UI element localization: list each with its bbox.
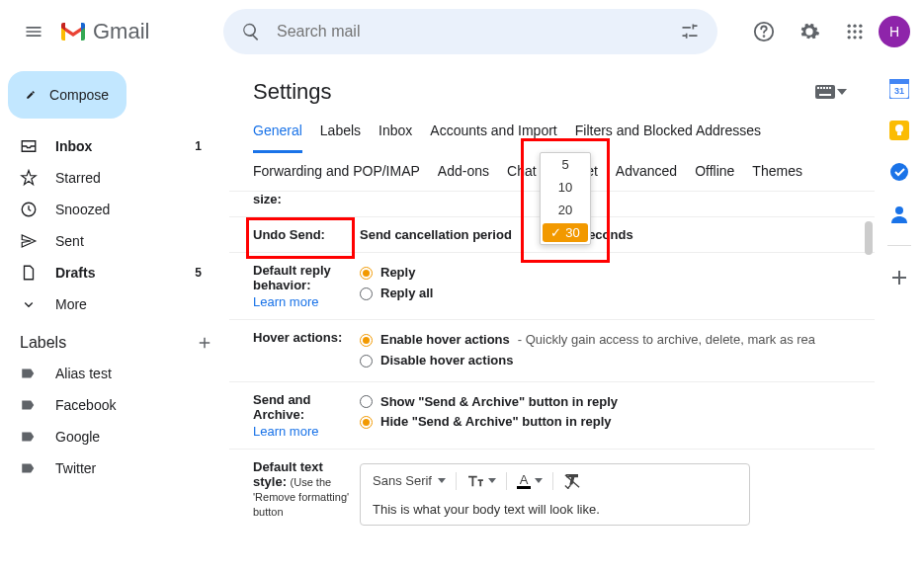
support-button[interactable] — [742, 10, 786, 53]
settings-panel: Settings GeneralLabelsInboxAccounts and … — [229, 63, 875, 573]
svg-rect-17 — [829, 87, 831, 89]
send-archive-option[interactable]: Show "Send & Archive" button in reply — [360, 392, 851, 413]
tab-accounts-and-import[interactable]: Accounts and Import — [430, 113, 556, 153]
label-item-alias-test[interactable]: Alias test — [0, 358, 217, 389]
tab-forwarding-and-pop-imap[interactable]: Forwarding and POP/IMAP — [253, 153, 420, 191]
label-icon — [20, 396, 38, 414]
remove-formatting-button[interactable] — [563, 473, 581, 489]
radio-icon — [360, 287, 373, 300]
apps-icon — [845, 22, 865, 41]
tasks-app-icon[interactable] — [889, 162, 909, 182]
hover-action-option[interactable]: Enable hover actions - Quickly gain acce… — [360, 330, 851, 351]
text-size-icon — [466, 474, 484, 488]
gear-icon — [798, 21, 820, 42]
label-item-google[interactable]: Google — [0, 421, 217, 452]
add-addon-icon[interactable] — [889, 268, 909, 287]
send-archive-learn-more[interactable]: Learn more — [253, 424, 352, 439]
chev-icon — [20, 295, 38, 313]
text-style-preview: This is what your body text will look li… — [373, 496, 737, 517]
tab-filters-and-blocked-addresses[interactable]: Filters and Blocked Addresses — [575, 113, 761, 153]
search-bar[interactable] — [223, 9, 717, 54]
hover-action-option[interactable]: Disable hover actions — [360, 351, 851, 371]
svg-point-2 — [848, 25, 851, 28]
account-avatar[interactable]: H — [879, 16, 910, 47]
svg-rect-14 — [820, 87, 822, 89]
page-size-label: size: — [253, 192, 352, 206]
search-input[interactable] — [269, 23, 672, 41]
side-panel: 31 — [875, 63, 924, 573]
radio-icon — [360, 395, 373, 408]
tab-add-ons[interactable]: Add-ons — [438, 153, 489, 191]
sidebar-item-more[interactable]: More — [0, 288, 217, 320]
svg-rect-24 — [897, 132, 901, 135]
default-reply-label: Default reply behavior: — [253, 263, 331, 292]
label-item-twitter[interactable]: Twitter — [0, 452, 217, 484]
apps-button[interactable] — [833, 10, 877, 53]
undo-send-option-30[interactable]: ✓ 30 — [543, 223, 588, 242]
sidebar-item-inbox[interactable]: Inbox1 — [0, 130, 217, 162]
pencil-icon — [26, 85, 36, 105]
help-icon — [753, 21, 775, 42]
default-reply-option[interactable]: Reply all — [360, 284, 851, 304]
menu-icon — [24, 22, 43, 41]
compose-button[interactable]: Compose — [8, 71, 126, 119]
svg-point-6 — [853, 30, 856, 33]
svg-point-26 — [895, 206, 903, 214]
calendar-app-icon[interactable]: 31 — [889, 79, 909, 99]
tab-inbox[interactable]: Inbox — [378, 113, 412, 153]
radio-icon — [360, 416, 373, 429]
gmail-brand-text: Gmail — [93, 19, 149, 44]
default-reply-option[interactable]: Reply — [360, 263, 851, 284]
main-menu-button[interactable] — [12, 10, 55, 53]
input-tools-button[interactable] — [811, 81, 851, 103]
tab-themes[interactable]: Themes — [752, 153, 802, 191]
svg-point-4 — [859, 25, 862, 28]
send-archive-option[interactable]: Hide "Send & Archive" button in reply — [360, 412, 851, 433]
font-size-button[interactable] — [466, 474, 496, 488]
contacts-app-icon[interactable] — [889, 204, 909, 223]
undo-send-option-5[interactable]: 5 — [541, 153, 590, 176]
send-icon — [20, 232, 38, 250]
svg-text:31: 31 — [894, 86, 904, 96]
default-reply-learn-more[interactable]: Learn more — [253, 294, 352, 309]
svg-rect-15 — [823, 87, 825, 89]
svg-rect-16 — [826, 87, 828, 89]
add-label-icon[interactable] — [196, 334, 213, 352]
tab-offline[interactable]: Offline — [695, 153, 734, 191]
chevron-down-icon — [438, 478, 446, 483]
undo-send-option-20[interactable]: 20 — [541, 199, 590, 221]
font-selector[interactable]: Sans Serif — [373, 473, 446, 488]
undo-send-dropdown[interactable]: 51020✓ 30 — [540, 152, 591, 245]
svg-rect-18 — [819, 94, 831, 96]
svg-point-9 — [853, 36, 856, 39]
inbox-icon — [20, 137, 38, 155]
scrollbar-thumb[interactable] — [865, 221, 873, 255]
tab-advanced[interactable]: Advanced — [616, 153, 677, 191]
undo-send-option-10[interactable]: 10 — [541, 176, 590, 199]
tab-general[interactable]: General — [253, 113, 302, 153]
undo-send-text-after: econds — [588, 227, 633, 242]
svg-point-8 — [848, 36, 851, 39]
send-archive-label: Send and Archive: — [253, 392, 311, 422]
settings-title: Settings — [253, 79, 332, 105]
text-color-button[interactable]: A — [517, 473, 543, 489]
dropdown-caret-icon — [837, 89, 847, 95]
search-icon-button[interactable] — [233, 14, 269, 49]
sidebar-item-snoozed[interactable]: Snoozed — [0, 194, 217, 225]
svg-rect-13 — [817, 87, 819, 89]
sidebar-item-drafts[interactable]: Drafts5 — [0, 257, 217, 288]
keep-app-icon[interactable] — [889, 121, 909, 140]
svg-point-5 — [848, 30, 851, 33]
tab-labels[interactable]: Labels — [320, 113, 361, 153]
label-item-facebook[interactable]: Facebook — [0, 389, 217, 421]
tune-icon — [680, 22, 700, 41]
gmail-logo[interactable]: Gmail — [55, 19, 223, 44]
sidebar-item-sent[interactable]: Sent — [0, 225, 217, 257]
sidebar-item-starred[interactable]: Starred — [0, 162, 217, 194]
compose-label: Compose — [49, 87, 109, 103]
settings-button[interactable] — [788, 10, 831, 53]
star-icon — [20, 169, 38, 187]
label-icon — [20, 459, 38, 477]
radio-icon — [360, 355, 373, 368]
search-options-button[interactable] — [672, 14, 708, 49]
